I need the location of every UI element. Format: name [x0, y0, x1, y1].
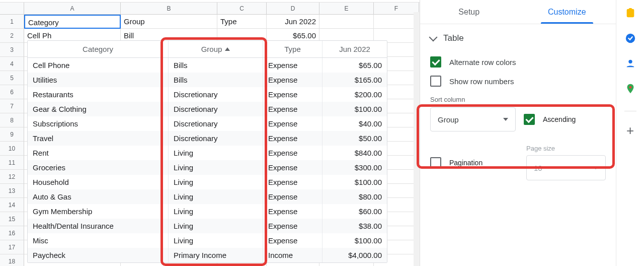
label: Category — [83, 45, 113, 53]
checkbox-alternate-rows[interactable] — [430, 56, 441, 68]
table-row[interactable]: Gym MembershipLivingExpense$60.00 — [28, 204, 387, 219]
dropdown-value: Group — [438, 115, 459, 124]
row-header[interactable]: 15 — [0, 212, 24, 226]
maps-icon[interactable] — [624, 83, 636, 95]
cell-amount: $65.00 — [323, 58, 387, 73]
row-header[interactable]: 13 — [0, 184, 24, 198]
label: Show row numbers — [449, 77, 514, 86]
row-header[interactable]: 2 — [0, 29, 24, 43]
row-header[interactable]: 11 — [0, 156, 24, 170]
cell-group: Primary Income — [169, 248, 263, 262]
section-table[interactable]: Table — [420, 24, 616, 52]
cell-A1[interactable]: Category — [24, 15, 121, 29]
cell-category: Cell Phone — [28, 58, 169, 73]
row-header[interactable]: 8 — [0, 113, 24, 127]
row-header[interactable]: 16 — [0, 226, 24, 240]
col-header-A[interactable]: A — [24, 3, 121, 14]
option-show-row-numbers[interactable]: Show row numbers — [420, 72, 616, 91]
row-header[interactable]: 18 — [0, 254, 24, 266]
plus-icon: + — [626, 124, 634, 137]
cell-amount: $60.00 — [323, 204, 387, 219]
cell-amount: $100.00 — [323, 102, 387, 116]
table-row[interactable]: TravelDiscretionaryExpense$50.00 — [28, 131, 387, 146]
cell-category: Gear & Clothing — [28, 102, 169, 116]
table-row[interactable]: SubscriptionsDiscretionaryExpense$40.00 — [28, 116, 387, 131]
cell-category: Rent — [28, 146, 169, 160]
contacts-icon[interactable] — [624, 57, 636, 70]
row-header[interactable]: 5 — [0, 71, 24, 85]
row-header[interactable]: 14 — [0, 198, 24, 212]
table-row[interactable]: UtilitiesBillsExpense$165.00 — [28, 73, 387, 87]
col-header-B[interactable]: B — [121, 3, 217, 14]
cell-amount: $165.00 — [323, 73, 387, 87]
cell-group: Discretionary — [169, 131, 263, 146]
table-chart-col-type[interactable]: Type — [263, 41, 323, 57]
row-header[interactable]: 7 — [0, 99, 24, 113]
row-header[interactable]: 10 — [0, 142, 24, 156]
cell-type: Expense — [263, 175, 323, 189]
cell-type: Expense — [263, 189, 323, 204]
table-row[interactable]: Cell PhoneBillsExpense$65.00 — [28, 58, 387, 73]
col-header-F[interactable]: F — [374, 3, 419, 14]
table-row[interactable]: HouseholdLivingExpense$100.00 — [28, 175, 387, 189]
checkbox-pagination[interactable] — [430, 157, 441, 168]
checkbox-ascending[interactable] — [524, 114, 535, 125]
table-row[interactable]: RestaurantsDiscretionaryExpense$200.00 — [28, 87, 387, 102]
pagination-label: Pagination — [449, 159, 482, 167]
table-chart-header: Category Group Type Jun 2022 — [28, 41, 387, 58]
row-header[interactable]: 4 — [0, 57, 24, 71]
page-size-dropdown[interactable]: 10 — [526, 155, 606, 180]
cell-E1[interactable] — [319, 15, 374, 29]
cell-B1[interactable]: Group — [121, 15, 217, 29]
col-header-E[interactable]: E — [319, 3, 374, 14]
checkbox-show-row-numbers[interactable] — [430, 76, 441, 87]
tab-setup[interactable]: Setup — [420, 0, 518, 24]
row-header[interactable]: 6 — [0, 85, 24, 99]
table-chart-col-category[interactable]: Category — [28, 41, 169, 57]
table-row[interactable]: PaycheckPrimary IncomeIncome$4,000.00 — [28, 248, 387, 262]
table-row[interactable]: Health/Dental InsuranceLivingExpense$38.… — [28, 219, 387, 233]
table-chart[interactable]: Category Group Type Jun 2022 Cell PhoneB… — [27, 40, 387, 263]
cell-amount: $40.00 — [323, 116, 387, 131]
chevron-down-icon — [503, 118, 508, 121]
cell-D1[interactable]: Jun 2022 — [267, 15, 319, 29]
row-header[interactable]: 9 — [0, 127, 24, 142]
cell-group: Discretionary — [169, 87, 263, 102]
row-header[interactable]: 3 — [0, 43, 24, 57]
label: Alternate row colors — [449, 58, 516, 66]
row-header[interactable]: 1 — [0, 15, 24, 29]
row-header[interactable]: 12 — [0, 170, 24, 184]
table-row[interactable]: RentLivingExpense$840.00 — [28, 146, 387, 160]
cell-amount: $300.00 — [323, 160, 387, 175]
cell-group: Living — [169, 219, 263, 233]
select-all-corner[interactable] — [0, 3, 24, 14]
table-row[interactable]: MiscLivingExpense$100.00 — [28, 233, 387, 248]
keep-icon[interactable] — [624, 7, 636, 19]
spreadsheet-area: A B C D E F 1 Category Group Type Jun 20… — [0, 0, 420, 266]
svg-rect-0 — [626, 9, 634, 18]
cell-category: Household — [28, 175, 169, 189]
table-row[interactable]: Gear & ClothingDiscretionaryExpense$100.… — [28, 102, 387, 116]
cell-category: Groceries — [28, 160, 169, 175]
label: Jun 2022 — [339, 45, 370, 53]
add-on-button[interactable]: + — [624, 124, 636, 137]
tab-customize[interactable]: Customize — [518, 0, 616, 24]
table-chart-col-group[interactable]: Group — [169, 41, 263, 57]
option-alternate-row-colors[interactable]: Alternate row colors — [420, 52, 616, 72]
sort-column-dropdown[interactable]: Group — [430, 107, 516, 131]
chart-editor-panel: Setup Customize Table Alternate row colo… — [420, 0, 616, 266]
table-chart-col-jun[interactable]: Jun 2022 — [323, 41, 387, 57]
cell-amount: $80.00 — [323, 189, 387, 204]
separator — [624, 111, 636, 111]
cell-type: Expense — [263, 102, 323, 116]
vertical-scrollbar[interactable] — [414, 12, 420, 266]
tasks-icon[interactable] — [624, 32, 636, 44]
col-header-C[interactable]: C — [217, 3, 267, 14]
col-header-D[interactable]: D — [267, 3, 319, 14]
table-row[interactable]: GroceriesLivingExpense$300.00 — [28, 160, 387, 175]
row-header[interactable]: 17 — [0, 240, 24, 254]
cell-C1[interactable]: Type — [217, 15, 267, 29]
cell-F1[interactable] — [374, 15, 419, 29]
panel-tabs: Setup Customize — [420, 0, 616, 24]
table-row[interactable]: Auto & GasLivingExpense$80.00 — [28, 189, 387, 204]
